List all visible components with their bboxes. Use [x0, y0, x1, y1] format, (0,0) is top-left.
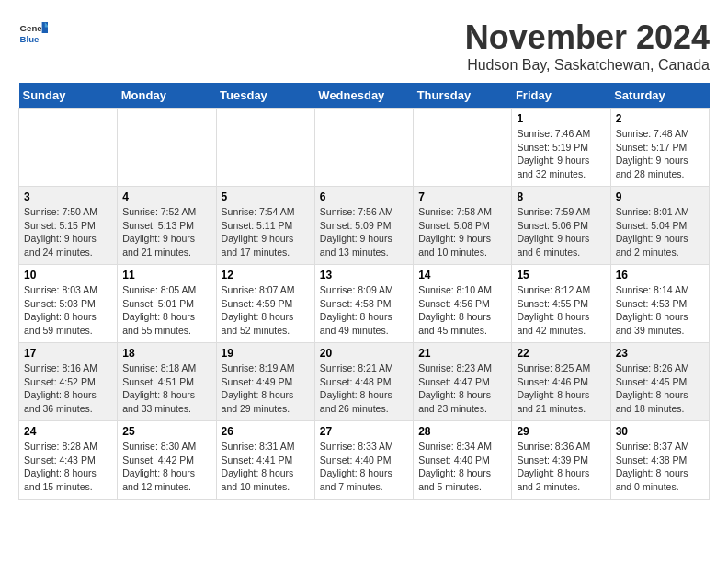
- calendar-cell: [118, 109, 216, 187]
- day-info: Sunrise: 8:01 AMSunset: 5:04 PMDaylight:…: [616, 205, 704, 259]
- day-number: 4: [122, 190, 210, 203]
- calendar-cell: 1Sunrise: 7:46 AMSunset: 5:19 PMDaylight…: [512, 109, 610, 187]
- day-info: Sunrise: 7:48 AMSunset: 5:17 PMDaylight:…: [616, 127, 704, 181]
- calendar-cell: 26Sunrise: 8:31 AMSunset: 4:41 PMDayligh…: [216, 421, 314, 500]
- calendar-cell: [19, 109, 118, 187]
- calendar-week-row: 10Sunrise: 8:03 AMSunset: 5:03 PMDayligh…: [19, 265, 710, 343]
- day-number: 28: [418, 425, 506, 438]
- day-number: 9: [616, 190, 704, 203]
- calendar-week-row: 24Sunrise: 8:28 AMSunset: 4:43 PMDayligh…: [19, 421, 710, 500]
- calendar-cell: 24Sunrise: 8:28 AMSunset: 4:43 PMDayligh…: [19, 421, 118, 500]
- day-number: 3: [24, 190, 112, 203]
- month-year-title: November 2024: [465, 18, 710, 57]
- title-section: November 2024 Hudson Bay, Saskatchewan, …: [465, 18, 710, 74]
- day-info: Sunrise: 8:30 AMSunset: 4:42 PMDaylight:…: [122, 440, 210, 494]
- weekday-header-saturday: Saturday: [610, 83, 709, 109]
- calendar-cell: 6Sunrise: 7:56 AMSunset: 5:09 PMDaylight…: [314, 187, 413, 265]
- day-info: Sunrise: 7:56 AMSunset: 5:09 PMDaylight:…: [320, 205, 408, 259]
- calendar-cell: 13Sunrise: 8:09 AMSunset: 4:58 PMDayligh…: [314, 265, 413, 343]
- day-info: Sunrise: 8:37 AMSunset: 4:38 PMDaylight:…: [616, 440, 704, 494]
- calendar-header: SundayMondayTuesdayWednesdayThursdayFrid…: [19, 83, 710, 109]
- weekday-header-row: SundayMondayTuesdayWednesdayThursdayFrid…: [19, 83, 710, 109]
- day-number: 20: [320, 347, 408, 360]
- calendar-cell: [314, 109, 413, 187]
- day-info: Sunrise: 8:21 AMSunset: 4:48 PMDaylight:…: [320, 362, 408, 416]
- day-number: 21: [418, 347, 506, 360]
- logo: General Blue: [18, 18, 48, 48]
- calendar-cell: 14Sunrise: 8:10 AMSunset: 4:56 PMDayligh…: [414, 265, 512, 343]
- day-info: Sunrise: 8:07 AMSunset: 4:59 PMDaylight:…: [222, 283, 310, 338]
- day-info: Sunrise: 8:23 AMSunset: 4:47 PMDaylight:…: [418, 362, 506, 416]
- calendar-cell: 2Sunrise: 7:48 AMSunset: 5:17 PMDaylight…: [610, 109, 709, 187]
- calendar-cell: 29Sunrise: 8:36 AMSunset: 4:39 PMDayligh…: [512, 421, 610, 500]
- day-info: Sunrise: 8:09 AMSunset: 4:58 PMDaylight:…: [320, 283, 408, 338]
- day-number: 14: [418, 269, 506, 282]
- location-subtitle: Hudson Bay, Saskatchewan, Canada: [465, 57, 710, 74]
- day-number: 24: [24, 425, 112, 438]
- weekday-header-friday: Friday: [512, 83, 610, 109]
- calendar-week-row: 17Sunrise: 8:16 AMSunset: 4:52 PMDayligh…: [19, 343, 710, 421]
- calendar-cell: 16Sunrise: 8:14 AMSunset: 4:53 PMDayligh…: [610, 265, 709, 343]
- calendar-cell: 7Sunrise: 7:58 AMSunset: 5:08 PMDaylight…: [414, 187, 512, 265]
- day-info: Sunrise: 7:52 AMSunset: 5:13 PMDaylight:…: [122, 205, 210, 259]
- calendar-cell: 3Sunrise: 7:50 AMSunset: 5:15 PMDaylight…: [19, 187, 118, 265]
- day-info: Sunrise: 8:26 AMSunset: 4:45 PMDaylight:…: [616, 362, 704, 416]
- day-info: Sunrise: 7:50 AMSunset: 5:15 PMDaylight:…: [24, 205, 112, 259]
- calendar-cell: 28Sunrise: 8:34 AMSunset: 4:40 PMDayligh…: [414, 421, 512, 500]
- calendar-cell: 9Sunrise: 8:01 AMSunset: 5:04 PMDaylight…: [610, 187, 709, 265]
- day-info: Sunrise: 8:10 AMSunset: 4:56 PMDaylight:…: [418, 283, 506, 338]
- day-number: 19: [222, 347, 310, 360]
- day-info: Sunrise: 8:33 AMSunset: 4:40 PMDaylight:…: [320, 440, 408, 494]
- day-number: 6: [320, 190, 408, 203]
- day-number: 17: [24, 347, 112, 360]
- calendar-cell: 18Sunrise: 8:18 AMSunset: 4:51 PMDayligh…: [118, 343, 216, 421]
- day-info: Sunrise: 8:16 AMSunset: 4:52 PMDaylight:…: [24, 362, 112, 416]
- day-number: 18: [122, 347, 210, 360]
- day-number: 26: [222, 425, 310, 438]
- day-info: Sunrise: 8:19 AMSunset: 4:49 PMDaylight:…: [222, 362, 310, 416]
- calendar-body: 1Sunrise: 7:46 AMSunset: 5:19 PMDaylight…: [19, 109, 710, 500]
- weekday-header-tuesday: Tuesday: [216, 83, 314, 109]
- day-info: Sunrise: 8:31 AMSunset: 4:41 PMDaylight:…: [222, 440, 310, 494]
- day-number: 27: [320, 425, 408, 438]
- day-info: Sunrise: 8:14 AMSunset: 4:53 PMDaylight:…: [616, 283, 704, 338]
- day-number: 23: [616, 347, 704, 360]
- weekday-header-monday: Monday: [118, 83, 216, 109]
- day-info: Sunrise: 8:18 AMSunset: 4:51 PMDaylight:…: [122, 362, 210, 416]
- day-number: 30: [616, 425, 704, 438]
- day-number: 10: [24, 269, 112, 282]
- day-number: 15: [517, 269, 605, 282]
- calendar-cell: 12Sunrise: 8:07 AMSunset: 4:59 PMDayligh…: [216, 265, 314, 343]
- day-number: 16: [616, 269, 704, 282]
- day-number: 5: [222, 190, 310, 203]
- calendar-cell: [414, 109, 512, 187]
- calendar-cell: 10Sunrise: 8:03 AMSunset: 5:03 PMDayligh…: [19, 265, 118, 343]
- calendar-cell: 8Sunrise: 7:59 AMSunset: 5:06 PMDaylight…: [512, 187, 610, 265]
- day-number: 22: [517, 347, 605, 360]
- weekday-header-sunday: Sunday: [19, 83, 118, 109]
- day-info: Sunrise: 8:34 AMSunset: 4:40 PMDaylight:…: [418, 440, 506, 494]
- calendar-cell: 23Sunrise: 8:26 AMSunset: 4:45 PMDayligh…: [610, 343, 709, 421]
- day-info: Sunrise: 8:12 AMSunset: 4:55 PMDaylight:…: [517, 283, 605, 338]
- calendar-cell: 15Sunrise: 8:12 AMSunset: 4:55 PMDayligh…: [512, 265, 610, 343]
- calendar-cell: 4Sunrise: 7:52 AMSunset: 5:13 PMDaylight…: [118, 187, 216, 265]
- day-number: 7: [418, 190, 506, 203]
- day-info: Sunrise: 8:03 AMSunset: 5:03 PMDaylight:…: [24, 283, 112, 338]
- calendar-cell: 19Sunrise: 8:19 AMSunset: 4:49 PMDayligh…: [216, 343, 314, 421]
- svg-text:Blue: Blue: [20, 34, 40, 44]
- day-number: 2: [616, 112, 704, 125]
- calendar-table: SundayMondayTuesdayWednesdayThursdayFrid…: [18, 83, 710, 500]
- calendar-cell: 20Sunrise: 8:21 AMSunset: 4:48 PMDayligh…: [314, 343, 413, 421]
- day-info: Sunrise: 8:25 AMSunset: 4:46 PMDaylight:…: [517, 362, 605, 416]
- day-info: Sunrise: 8:05 AMSunset: 5:01 PMDaylight:…: [122, 283, 210, 338]
- calendar-cell: 22Sunrise: 8:25 AMSunset: 4:46 PMDayligh…: [512, 343, 610, 421]
- day-info: Sunrise: 7:46 AMSunset: 5:19 PMDaylight:…: [517, 127, 605, 181]
- day-info: Sunrise: 7:59 AMSunset: 5:06 PMDaylight:…: [517, 205, 605, 259]
- calendar-cell: 17Sunrise: 8:16 AMSunset: 4:52 PMDayligh…: [19, 343, 118, 421]
- header: General Blue November 2024 Hudson Bay, S…: [18, 18, 710, 74]
- day-number: 13: [320, 269, 408, 282]
- day-number: 29: [517, 425, 605, 438]
- calendar-cell: 30Sunrise: 8:37 AMSunset: 4:38 PMDayligh…: [610, 421, 709, 500]
- day-info: Sunrise: 7:58 AMSunset: 5:08 PMDaylight:…: [418, 205, 506, 259]
- day-info: Sunrise: 7:54 AMSunset: 5:11 PMDaylight:…: [222, 205, 310, 259]
